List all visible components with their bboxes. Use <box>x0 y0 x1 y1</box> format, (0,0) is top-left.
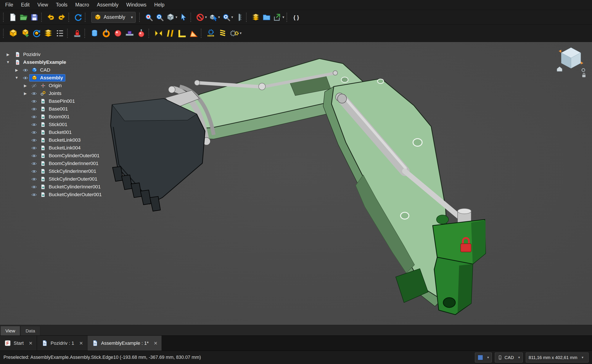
create-distance-joint-button[interactable] <box>153 27 164 39</box>
visibility-icon[interactable] <box>30 161 38 167</box>
tree-label-wrap[interactable]: Stick001 <box>38 121 69 128</box>
viewport-dimension-combo[interactable]: 811,16 mm x 402,61 mm▾ <box>526 352 589 363</box>
toolbar-handle[interactable] <box>191 13 192 22</box>
tree-item-boomcylinderouter001[interactable]: BoomCylinderOuter001 <box>0 152 130 160</box>
visibility-icon[interactable] <box>30 137 38 143</box>
create-revolute-joint-button[interactable] <box>101 27 112 39</box>
tree-item-basepin001[interactable]: BasePin001 <box>0 97 130 105</box>
create-screw-joint-button[interactable] <box>217 27 228 39</box>
expander-expanded-icon[interactable]: ▼ <box>3 60 13 65</box>
visibility-icon[interactable] <box>30 169 38 174</box>
tree-selection[interactable]: Assembly <box>29 74 65 81</box>
toolbar-handle[interactable] <box>3 13 5 22</box>
tree-label-wrap[interactable]: BucketLink003 <box>38 137 83 144</box>
tree-item-stickcylinderouter001[interactable]: StickCylinderOuter001 <box>0 175 130 183</box>
menu-tools[interactable]: Tools <box>52 0 71 10</box>
menu-file[interactable]: File <box>1 0 17 10</box>
panel-tab-view[interactable]: View <box>0 326 20 335</box>
tree-item-stickcylinderinner001[interactable]: StickCylinderInner001 <box>0 167 130 175</box>
document-tab-assemblyexample[interactable]: AssemblyExample : 1*× <box>87 336 162 351</box>
tree-label-wrap[interactable]: Boom001 <box>38 113 72 120</box>
fit-selection-button[interactable] <box>154 11 165 24</box>
create-fixed-joint-button[interactable] <box>89 27 100 39</box>
tree-item-assembly[interactable]: ▼Assembly <box>0 74 130 82</box>
workbench-selector[interactable]: Assembly▾ <box>91 12 136 23</box>
tree-label-wrap[interactable]: BoomCylinderInner001 <box>38 160 101 167</box>
tree-label-wrap[interactable]: StickCylinderOuter001 <box>38 176 99 182</box>
tree-label-wrap[interactable]: BoomCylinderOuter001 <box>38 152 102 159</box>
toolbar-handle[interactable] <box>84 29 86 38</box>
close-icon[interactable]: × <box>154 340 157 346</box>
redo-button[interactable] <box>56 11 67 24</box>
tree-label-wrap[interactable]: BasePin001 <box>38 98 77 105</box>
tree-item-pozidriv[interactable]: ▶Pozidriv <box>0 51 130 58</box>
create-slider-joint-button[interactable] <box>124 27 135 39</box>
visibility-icon[interactable] <box>21 67 29 73</box>
tree-label-wrap[interactable]: Base001 <box>38 105 70 112</box>
toolbar-handle[interactable] <box>286 13 288 22</box>
visibility-icon[interactable] <box>30 98 38 104</box>
layers-button[interactable] <box>250 11 261 24</box>
new-group-button[interactable] <box>43 27 54 39</box>
tree-item-boom001[interactable]: Boom001 <box>0 113 130 121</box>
create-cylindrical-joint-button[interactable] <box>112 27 124 39</box>
tree-item-cad[interactable]: ▶CAD <box>0 66 130 74</box>
viewport-3d[interactable]: ▶Pozidriv▼AssemblyExample▶CAD▼Assembly▶O… <box>0 42 592 325</box>
toolbar-handle[interactable] <box>67 29 69 38</box>
menu-edit[interactable]: Edit <box>17 0 33 10</box>
close-icon[interactable]: × <box>29 340 32 346</box>
tree-label-wrap[interactable]: StickCylinderInner001 <box>38 168 99 175</box>
tree-item-origin[interactable]: ▶Origin <box>0 82 130 90</box>
tree-item-joints[interactable]: ▶Joints <box>0 90 130 97</box>
tree-item-bucketlink004[interactable]: BucketLink004 <box>0 144 130 152</box>
visibility-icon[interactable] <box>21 75 29 81</box>
expander-collapsed-icon[interactable]: ▶ <box>21 91 30 96</box>
visibility-icon[interactable] <box>30 176 38 182</box>
tree-label-wrap[interactable]: BucketCylinderInner001 <box>38 183 103 190</box>
visibility-icon[interactable] <box>30 122 38 128</box>
create-gears-joint-button[interactable]: ▾ <box>229 27 242 39</box>
overlay-color-combo[interactable]: ▾ <box>475 352 492 363</box>
fit-all-button[interactable] <box>144 11 154 24</box>
create-parallel-joint-button[interactable] <box>165 27 176 39</box>
toolbar-handle[interactable] <box>3 29 5 38</box>
visibility-icon[interactable] <box>30 184 38 190</box>
sync-view-button[interactable] <box>178 11 189 24</box>
document-tab-start[interactable]: FStart× <box>0 336 37 351</box>
expander-collapsed-icon[interactable]: ▶ <box>21 84 30 88</box>
create-rack-pinion-joint-button[interactable] <box>205 27 217 39</box>
tree-item-bucketlink003[interactable]: BucketLink003 <box>0 136 130 144</box>
menu-macro[interactable]: Macro <box>71 0 93 10</box>
undo-button[interactable] <box>46 11 56 24</box>
refresh-button[interactable] <box>73 11 83 24</box>
tree-label-wrap[interactable]: Bucket001 <box>38 129 74 136</box>
solve-assembly-button[interactable] <box>31 27 42 39</box>
tree-label-wrap[interactable]: BucketLink004 <box>38 144 83 151</box>
tree-label-wrap[interactable]: Joints <box>38 90 64 97</box>
expander-collapsed-icon[interactable]: ▶ <box>12 68 21 72</box>
toolbar-handle[interactable] <box>41 13 43 22</box>
tree-label-wrap[interactable]: Origin <box>38 82 64 89</box>
create-ball-joint-button[interactable] <box>136 27 147 39</box>
clipping-plane-button[interactable]: ▾ <box>195 11 208 24</box>
draw-style-button[interactable]: ▾ <box>165 11 178 24</box>
expression-editor-button[interactable]: { } <box>291 11 301 24</box>
tree-label-wrap[interactable]: Pozidriv <box>13 51 43 58</box>
tree-label-wrap[interactable]: CAD <box>29 67 53 73</box>
document-tab-pozidriv[interactable]: Pozidriv : 1× <box>37 336 87 351</box>
visibility-icon[interactable] <box>30 91 38 97</box>
menu-help[interactable]: Help <box>150 0 168 10</box>
navigation-style-combo[interactable]: CAD▾ <box>495 352 523 363</box>
insert-component-button[interactable] <box>19 27 31 39</box>
visibility-icon[interactable] <box>30 192 38 198</box>
create-angle-joint-button[interactable] <box>188 27 199 39</box>
visibility-off-icon[interactable] <box>30 83 38 89</box>
measure-button[interactable] <box>234 11 244 24</box>
expander-expanded-icon[interactable]: ▼ <box>12 76 21 80</box>
tree-item-boomcylinderinner001[interactable]: BoomCylinderInner001 <box>0 160 130 167</box>
create-perpendicular-joint-button[interactable] <box>176 27 188 39</box>
menu-windows[interactable]: Windows <box>122 0 150 10</box>
zoom-tools-button[interactable]: ▾ <box>221 11 234 24</box>
visibility-icon[interactable] <box>30 114 38 120</box>
visibility-icon[interactable] <box>30 130 38 135</box>
